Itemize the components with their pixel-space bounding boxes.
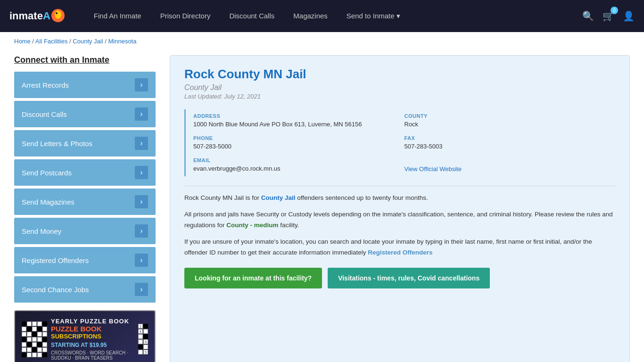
address-section: ADDRESS 1000 North Blue Mound Ave PO Box…	[193, 109, 405, 132]
fax-section: FAX 507-283-5003	[405, 132, 616, 154]
ad-title-subscriptions: SUBSCRIPTIONS	[51, 333, 134, 340]
sidebar-item-label: Discount Calls	[22, 110, 67, 118]
logo-icon	[50, 8, 66, 23]
facility-title: Rock County MN Jail	[184, 67, 615, 82]
facility-last-updated: Last Updated: July 12, 2021	[184, 93, 615, 100]
sidebar-item-discount-calls[interactable]: Discount Calls ›	[14, 101, 156, 127]
sidebar-item-label: Registered Offenders	[22, 256, 89, 264]
main-container: Connect with an Inmate Arrest Records › …	[0, 50, 644, 362]
facility-info-grid: ADDRESS 1000 North Blue Mound Ave PO Box…	[184, 109, 615, 176]
email-section: EMAIL evan.verbrugge@co.rock.mn.us	[193, 154, 405, 176]
website-label	[405, 157, 616, 163]
arrow-icon: ›	[135, 283, 148, 296]
nav-find-inmate[interactable]: Find An Inmate	[84, 0, 151, 31]
county-value: Rock	[405, 121, 616, 128]
arrow-icon: ›	[135, 254, 148, 267]
fax-value: 507-283-5003	[405, 143, 616, 150]
sidebar-item-send-magazines[interactable]: Send Magazines ›	[14, 189, 156, 215]
arrow-icon: ›	[135, 107, 148, 121]
arrow-icon: ›	[135, 224, 148, 238]
sidebar: Connect with an Inmate Arrest Records › …	[14, 55, 156, 362]
search-icon[interactable]: 🔍	[582, 10, 594, 22]
county-medium-link[interactable]: County - medium	[226, 222, 278, 229]
breadcrumb: Home / All Facilities / County Jail / Mi…	[0, 32, 644, 50]
nav-send-to-inmate[interactable]: Send to Inmate ▾	[337, 0, 410, 32]
website-section: View Official Website	[405, 154, 616, 176]
arrow-icon: ›	[135, 137, 148, 150]
divider	[184, 186, 615, 186]
address-value: 1000 North Blue Mound Ave PO Box 613, Lu…	[193, 121, 405, 128]
svg-point-2	[56, 12, 58, 14]
sidebar-item-second-chance-jobs[interactable]: Second Chance Jobs ›	[14, 276, 156, 303]
sidebar-item-registered-offenders[interactable]: Registered Offenders ›	[14, 247, 156, 273]
phone-value: 507-283-5000	[193, 143, 405, 150]
sidebar-item-label: Send Postcards	[22, 169, 72, 177]
nav-right: 🔍 🛒0 👤	[582, 10, 635, 22]
visitation-button[interactable]: Visitations - times, rules, Covid cancel…	[328, 268, 490, 288]
cart-icon[interactable]: 🛒0	[603, 10, 614, 22]
action-buttons: Looking for an inmate at this facility? …	[184, 268, 615, 288]
main-nav: inmate A Find An Inmate Prison Directory…	[0, 0, 644, 32]
facility-subtitle: County Jail	[184, 83, 615, 92]
find-inmate-button[interactable]: Looking for an inmate at this facility?	[184, 268, 322, 288]
user-icon[interactable]: 👤	[623, 10, 635, 22]
sidebar-menu: Arrest Records › Discount Calls › Send L…	[14, 72, 156, 303]
nav-links: Find An Inmate Prison Directory Discount…	[84, 0, 582, 32]
nav-prison-directory[interactable]: Prison Directory	[151, 0, 220, 31]
sidebar-item-label: Send Money	[22, 227, 61, 235]
ad-title-yearly: YEARLY PUZZLE BOOK	[51, 318, 134, 325]
website-link[interactable]: View Official Website	[405, 165, 462, 173]
email-label: EMAIL	[193, 157, 405, 163]
logo[interactable]: inmate A	[9, 8, 66, 25]
sidebar-item-send-postcards[interactable]: Send Postcards ›	[14, 159, 156, 186]
sidebar-item-label: Send Letters & Photos	[22, 140, 92, 148]
facility-content: Rock County MN Jail County Jail Last Upd…	[170, 55, 630, 362]
fax-label: FAX	[405, 135, 616, 141]
sidebar-ad[interactable]: YEARLY PUZZLE BOOK PUZZLE BOOK SUBSCRIPT…	[14, 310, 156, 362]
address-label: ADDRESS	[193, 113, 405, 119]
county-section: COUNTY Rock	[405, 109, 616, 132]
sidebar-item-label: Send Magazines	[22, 198, 74, 206]
nav-magazines[interactable]: Magazines	[284, 0, 337, 31]
nav-discount-calls[interactable]: Discount Calls	[220, 0, 284, 31]
ad-starting-price: STARTING AT $19.95	[51, 342, 134, 348]
county-label: COUNTY	[405, 113, 616, 119]
description-1: Rock County MN Jail is for County Jail o…	[184, 193, 615, 204]
breadcrumb-county-jail[interactable]: County Jail	[73, 38, 103, 45]
registered-offenders-link[interactable]: Registered Offenders	[368, 249, 432, 256]
ad-title-puzzle: PUZZLE BOOK	[51, 325, 134, 333]
arrow-icon: ›	[135, 78, 148, 91]
arrow-icon: ›	[135, 166, 148, 179]
phone-label: PHONE	[193, 135, 405, 141]
phone-section: PHONE 507-283-5000	[193, 132, 405, 154]
county-jail-link[interactable]: County Jail	[261, 194, 296, 201]
sidebar-item-arrest-records[interactable]: Arrest Records ›	[14, 72, 156, 98]
description-2: All prisons and jails have Security or C…	[184, 209, 615, 231]
breadcrumb-state[interactable]: Minnesota	[108, 38, 136, 45]
sidebar-item-send-money[interactable]: Send Money ›	[14, 218, 156, 244]
sidebar-item-label: Second Chance Jobs	[22, 286, 89, 294]
svg-point-1	[55, 10, 61, 19]
breadcrumb-home[interactable]: Home	[14, 38, 31, 45]
breadcrumb-all-facilities[interactable]: All Facilities	[35, 38, 68, 45]
cart-badge: 0	[611, 7, 618, 14]
sidebar-heading: Connect with an Inmate	[14, 55, 156, 65]
ad-types: CROSSWORDS · WORD SEARCH · SUDOKU · BRAI…	[51, 350, 134, 361]
sidebar-item-send-letters[interactable]: Send Letters & Photos ›	[14, 130, 156, 156]
arrow-icon: ›	[135, 195, 148, 208]
email-value: evan.verbrugge@co.rock.mn.us	[193, 165, 405, 172]
description-3: If you are unsure of your inmate's locat…	[184, 237, 615, 258]
sidebar-item-label: Arrest Records	[22, 81, 69, 89]
